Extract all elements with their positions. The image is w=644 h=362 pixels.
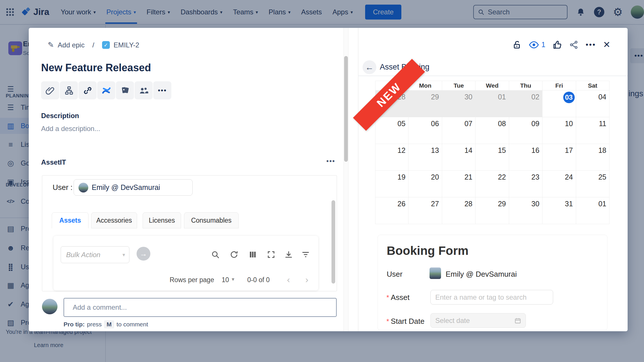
calendar-day-cell[interactable]: 19 xyxy=(375,171,409,197)
assetit-more-icon[interactable]: ••• xyxy=(326,157,335,165)
link-issue-button[interactable] xyxy=(78,81,97,99)
calendar-day-cell[interactable]: 05 xyxy=(375,117,409,144)
range-text: 0-0 of 0 xyxy=(247,276,270,284)
planning-poker-button[interactable] xyxy=(116,81,134,99)
columns-icon[interactable] xyxy=(248,250,258,259)
weekday-fri: Fri xyxy=(543,81,576,90)
tab-licenses[interactable]: Licenses xyxy=(143,212,181,228)
paperclip-icon xyxy=(45,86,55,95)
rows-per-page-label: Rows per page xyxy=(170,276,214,284)
assetit-scrollbar-thumb[interactable] xyxy=(331,200,335,284)
calendar-day-cell[interactable]: 02 xyxy=(509,90,543,117)
description-heading: Description xyxy=(41,112,79,120)
calendar-week-row: 12 13 14 15 16 17 18 xyxy=(375,144,610,171)
calendar-day-cell[interactable]: 24 xyxy=(543,171,576,197)
calendar-day-cell[interactable]: 27 xyxy=(409,197,442,224)
calendar-day-cell[interactable]: 15 xyxy=(476,144,509,171)
calendar-day-cell[interactable]: 12 xyxy=(375,144,409,171)
calendar-day-cell[interactable]: 06 xyxy=(409,117,442,144)
start-date-picker[interactable]: Select date xyxy=(430,313,526,328)
comment-avatar xyxy=(42,299,57,314)
tab-consumables[interactable]: Consumables xyxy=(184,212,239,228)
calendar-day-cell[interactable]: 18 xyxy=(576,144,610,171)
calendar-week-row: 05 06 07 08 09 10 11 xyxy=(375,117,610,144)
team-button[interactable] xyxy=(135,81,153,99)
calendar-day-cell-today[interactable]: 03 xyxy=(543,90,576,117)
booking-user-name: Emily @ DevSamurai xyxy=(446,270,517,279)
assetit-toolbar-card: Bulk Action ▾ → Rows per xyxy=(53,236,318,290)
calendar-day-cell[interactable]: 07 xyxy=(442,117,476,144)
calendar-day-cell[interactable]: 26 xyxy=(375,197,409,224)
calendar-day-cell[interactable]: 13 xyxy=(409,144,442,171)
calendar-day-cell[interactable]: 30 xyxy=(509,197,543,224)
comment-box[interactable] xyxy=(64,298,337,317)
modal-header-actions: 1 ••• ✕ xyxy=(512,39,610,50)
calendar-day-cell[interactable]: 04 xyxy=(576,90,610,117)
calendar-day-cell[interactable]: 31 xyxy=(543,197,576,224)
share-icon[interactable] xyxy=(569,40,579,50)
booking-form-title: Booking Form xyxy=(387,244,469,258)
tab-assets[interactable]: Assets xyxy=(52,212,89,228)
asset-booking-calendar: Mon Tue Wed Thu Fri Sat 28 29 30 01 02 0… xyxy=(375,81,610,224)
calendar-day-cell[interactable]: 25 xyxy=(576,171,610,197)
table-search-icon[interactable] xyxy=(210,250,220,259)
chevron-down-icon[interactable]: ▾ xyxy=(232,276,234,282)
calendar-day-cell[interactable]: 11 xyxy=(576,117,610,144)
required-mark: * xyxy=(386,294,389,301)
attach-button[interactable] xyxy=(41,81,59,99)
calendar-day-cell[interactable]: 17 xyxy=(543,144,576,171)
jira-app: Jira Your work▾ Projects▾ Filters▾ Dashb… xyxy=(0,0,644,362)
modal-scrollbar-thumb[interactable] xyxy=(344,56,348,162)
calendar-day-cell[interactable]: 08 xyxy=(476,117,509,144)
confluence-icon xyxy=(101,85,112,96)
calendar-day-cell[interactable]: 09 xyxy=(509,117,543,144)
back-button[interactable]: ← xyxy=(363,60,376,74)
calendar-day-cell[interactable]: 22 xyxy=(476,171,509,197)
assetit-heading: AssetIT xyxy=(41,158,66,166)
breadcrumb-separator: / xyxy=(92,41,94,49)
next-page-icon[interactable]: › xyxy=(305,274,308,285)
thumbs-up-icon[interactable] xyxy=(552,40,562,50)
assetit-user-label: User : xyxy=(53,183,72,192)
calendar-day-cell[interactable]: 21 xyxy=(442,171,476,197)
calendar-day-cell[interactable]: 29 xyxy=(476,197,509,224)
calendar-day-cell[interactable]: 01 xyxy=(476,90,509,117)
assetit-user-chip[interactable]: Emily @ DevSamurai xyxy=(74,179,193,196)
add-child-issue-button[interactable] xyxy=(60,81,78,99)
download-icon[interactable] xyxy=(284,250,294,259)
watchers-control[interactable]: 1 xyxy=(529,41,545,49)
prev-page-icon[interactable]: ‹ xyxy=(287,274,290,285)
description-placeholder[interactable]: Add a description... xyxy=(41,125,100,133)
panel-divider xyxy=(358,28,359,331)
calendar-day-cell[interactable]: 30 xyxy=(442,90,476,117)
tab-accessories[interactable]: Accessories xyxy=(91,212,137,228)
calendar-day-cell[interactable]: 20 xyxy=(409,171,442,197)
calendar-day-cell[interactable]: 29 xyxy=(409,90,442,117)
calendar-day-cell[interactable]: 23 xyxy=(509,171,543,197)
calendar-day-cell[interactable]: 10 xyxy=(543,117,576,144)
calendar-icon xyxy=(514,317,522,324)
link-icon xyxy=(83,86,93,95)
refresh-icon[interactable] xyxy=(229,250,239,259)
asset-search-input[interactable] xyxy=(430,290,553,305)
bulk-action-select[interactable]: Bulk Action ▾ xyxy=(61,246,129,263)
calendar-day-cell[interactable]: 28 xyxy=(442,197,476,224)
issue-key[interactable]: EMILY-2 xyxy=(114,41,139,49)
rows-per-page-value[interactable]: 10 xyxy=(222,276,229,284)
close-icon[interactable]: ✕ xyxy=(603,39,610,50)
calendar-day-cell[interactable]: 14 xyxy=(442,144,476,171)
more-actions-icon[interactable]: ••• xyxy=(586,40,596,49)
fullscreen-icon[interactable] xyxy=(266,250,276,259)
add-epic-button[interactable]: Add epic xyxy=(58,41,85,49)
calendar-day-cell[interactable]: 01 xyxy=(576,197,610,224)
people-icon xyxy=(139,85,149,96)
today-badge: 03 xyxy=(563,92,575,103)
bulk-apply-button[interactable]: → xyxy=(137,247,150,261)
filter-icon[interactable] xyxy=(301,250,310,259)
calendar-day-cell[interactable]: 16 xyxy=(509,144,543,171)
calendar-week-row: 28 29 30 01 02 03 04 xyxy=(375,90,610,117)
comment-input[interactable] xyxy=(64,303,336,311)
confluence-button[interactable] xyxy=(97,81,115,99)
unlock-icon[interactable] xyxy=(512,40,522,50)
more-actions-button[interactable]: ••• xyxy=(153,81,171,99)
